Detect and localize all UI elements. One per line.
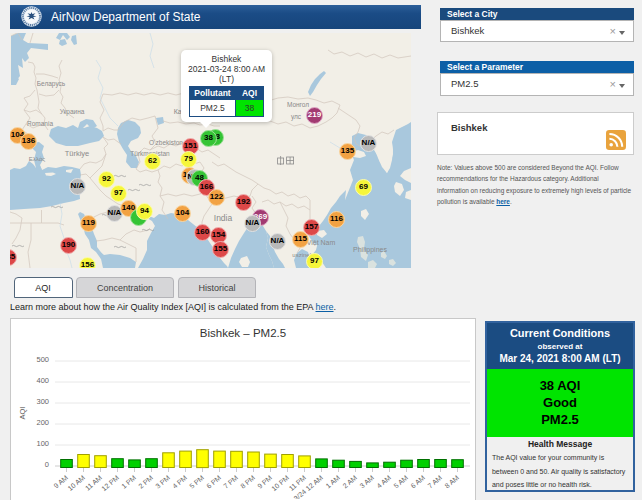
svg-text:0: 0: [45, 460, 49, 469]
svg-text:8 AM: 8 AM: [443, 474, 460, 490]
svg-text:12 PM: 12 PM: [100, 474, 120, 492]
svg-text:Türkiye: Türkiye: [65, 149, 90, 158]
svg-text:5 PM: 5 PM: [188, 474, 205, 490]
svg-text:6 PM: 6 PM: [205, 474, 222, 490]
svg-text:Việt Nam: Việt Nam: [307, 239, 336, 246]
svg-text:200: 200: [36, 418, 49, 427]
svg-text:7 PM: 7 PM: [222, 474, 239, 490]
svg-text:6 AM: 6 AM: [409, 474, 426, 490]
svg-text:Монгол: Монгол: [287, 101, 309, 108]
svg-text:300: 300: [36, 397, 49, 406]
svg-text:10 PM: 10 PM: [270, 474, 290, 492]
svg-text:8 PM: 8 PM: [239, 474, 256, 490]
svg-text:Bishkek – PM2.5: Bishkek – PM2.5: [200, 327, 286, 339]
svg-text:AQI: AQI: [18, 407, 27, 420]
svg-text:4 AM: 4 AM: [375, 474, 392, 490]
svg-text:10 AM: 10 AM: [66, 474, 86, 492]
svg-text:Украина: Украина: [60, 108, 85, 116]
svg-text:100: 100: [36, 439, 49, 448]
svg-text:7 AM: 7 AM: [426, 474, 443, 490]
svg-text:400: 400: [36, 376, 49, 385]
svg-text:India: India: [214, 213, 233, 223]
svg-text:1 AM: 1 AM: [324, 474, 341, 490]
svg-text:улс: улс: [291, 113, 302, 121]
svg-text:11 AM: 11 AM: [84, 474, 103, 492]
svg-text:Беларусь: Беларусь: [37, 80, 66, 88]
svg-text:3 PM: 3 PM: [154, 474, 171, 490]
svg-text:2 AM: 2 AM: [341, 474, 358, 490]
svg-text:3 AM: 3 AM: [358, 474, 375, 490]
svg-text:1 PM: 1 PM: [120, 474, 137, 490]
svg-text:Philippines: Philippines: [353, 246, 387, 254]
svg-text:2 PM: 2 PM: [137, 474, 154, 490]
svg-text:Romania: Romania: [27, 120, 53, 127]
svg-text:Ελλάς: Ελλάς: [29, 156, 45, 162]
svg-text:4 PM: 4 PM: [171, 474, 188, 490]
svg-text:500: 500: [36, 355, 49, 364]
svg-text:Oʻzbekiston: Oʻzbekiston: [149, 139, 183, 146]
svg-text:5 AM: 5 AM: [392, 474, 409, 490]
